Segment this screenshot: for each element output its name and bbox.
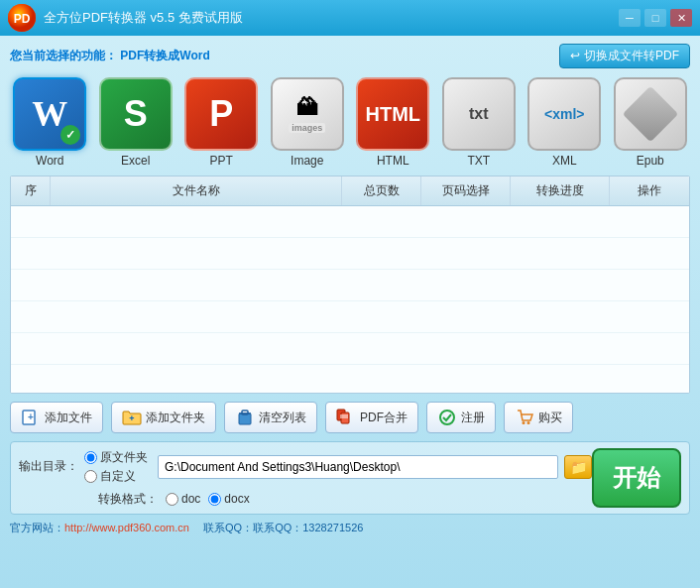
selected-check-icon: ✓ — [60, 125, 80, 145]
col-pages: 总页数 — [342, 176, 421, 205]
clear-icon — [235, 408, 255, 427]
table-header: 序 文件名称 总页数 页码选择 转换进度 操作 — [11, 176, 689, 206]
output-section: 输出目录： 原文件夹 自定义 📁 — [10, 441, 690, 515]
file-table: 序 文件名称 总页数 页码选择 转换进度 操作 — [10, 176, 690, 394]
buy-icon — [515, 408, 534, 427]
add-folder-icon: + — [122, 408, 142, 427]
table-row — [11, 270, 689, 301]
format-ppt[interactable]: P PPT — [181, 77, 262, 168]
register-button[interactable]: 注册 — [426, 402, 496, 433]
format-image[interactable]: 🏔 images Image — [268, 77, 348, 168]
table-body — [11, 206, 689, 394]
output-dir-row: 输出目录： 原文件夹 自定义 📁 — [19, 449, 592, 485]
register-icon — [437, 408, 457, 427]
col-filename: 文件名称 — [51, 176, 342, 205]
format-epub[interactable]: Epub — [611, 77, 691, 168]
excel-icon: S — [99, 77, 173, 151]
function-label: 您当前选择的功能： PDF转换成Word — [10, 48, 210, 64]
website-link[interactable]: http://www.pdf360.com.cn — [64, 522, 189, 533]
radio-custom[interactable]: 自定义 — [84, 468, 148, 485]
app-logo: PD — [8, 4, 36, 32]
html-icon: HTML — [356, 77, 429, 151]
app-title: 全方位PDF转换器 v5.5 免费试用版 — [44, 9, 619, 27]
svg-point-13 — [523, 421, 525, 424]
svg-text:+: + — [129, 413, 134, 423]
svg-point-14 — [527, 421, 530, 424]
col-seq: 序 — [11, 176, 51, 205]
add-folder-button[interactable]: + 添加文件夹 — [111, 402, 216, 433]
switch-mode-button[interactable]: ↩ 切换成文件转PDF — [559, 44, 690, 68]
word-icon: W ✓ — [13, 77, 86, 151]
radio-doc[interactable]: doc — [166, 492, 200, 506]
col-progress: 转换进度 — [511, 176, 610, 205]
footer: 官方网站：http://www.pdf360.com.cn 联系QQ：联系QQ：… — [10, 521, 690, 535]
website-label: 官方网站： — [10, 522, 64, 533]
add-file-button[interactable]: + 添加文件 — [10, 402, 103, 433]
radio-original-folder[interactable]: 原文件夹 — [84, 449, 148, 466]
start-button[interactable]: 开始 — [592, 448, 681, 508]
folder-icon: 📁 — [570, 459, 587, 475]
image-icon: 🏔 images — [271, 77, 344, 151]
svg-text:+: + — [28, 412, 34, 422]
pdf-merge-button[interactable]: PDF合并 — [325, 402, 418, 433]
format-toolbar: W ✓ Word S Excel P PPT 🏔 images — [10, 77, 690, 168]
format-excel[interactable]: S Excel — [96, 77, 176, 168]
format-txt[interactable]: txt TXT — [439, 77, 520, 168]
svg-point-12 — [440, 411, 454, 424]
format-html[interactable]: HTML HTML — [353, 77, 433, 168]
clear-list-button[interactable]: 清空列表 — [224, 402, 317, 433]
epub-icon — [614, 77, 687, 151]
svg-text:PD: PD — [14, 12, 31, 26]
output-radio-group: 原文件夹 自定义 — [84, 449, 148, 485]
radio-docx[interactable]: docx — [208, 492, 249, 506]
xml-icon: <xml> — [527, 77, 601, 151]
maximize-button[interactable]: □ — [644, 9, 666, 27]
format-xml[interactable]: <xml> XML — [525, 77, 605, 168]
format-word[interactable]: W ✓ Word — [10, 77, 90, 168]
action-button-bar: + 添加文件 + 添加文件夹 清空列表 — [10, 402, 690, 433]
top-bar: 您当前选择的功能： PDF转换成Word ↩ 切换成文件转PDF — [10, 42, 690, 69]
add-file-icon: + — [21, 408, 41, 427]
window-controls: ─ □ ✕ — [619, 9, 692, 27]
output-path-input[interactable] — [158, 455, 558, 479]
browse-folder-button[interactable]: 📁 — [564, 455, 592, 479]
table-row — [11, 238, 689, 270]
txt-icon: txt — [442, 77, 516, 151]
qq-number: 联系QQ：1328271526 — [253, 522, 363, 533]
table-row — [11, 301, 689, 333]
table-row — [11, 206, 689, 238]
buy-button[interactable]: 购买 — [504, 402, 573, 433]
table-row — [11, 333, 689, 365]
format-select-row: 转换格式： doc docx — [98, 491, 592, 508]
minimize-button[interactable]: ─ — [619, 9, 641, 27]
col-pagesel: 页码选择 — [421, 176, 511, 205]
ppt-icon: P — [184, 77, 258, 151]
main-area: 您当前选择的功能： PDF转换成Word ↩ 切换成文件转PDF W ✓ Wor… — [0, 36, 700, 588]
switch-arrow-icon: ↩ — [570, 49, 580, 62]
qq-label: 联系QQ： — [192, 522, 253, 533]
close-button[interactable]: ✕ — [670, 9, 692, 27]
pdf-merge-icon — [336, 408, 356, 427]
title-bar: PD 全方位PDF转换器 v5.5 免费试用版 ─ □ ✕ — [0, 0, 700, 36]
col-action: 操作 — [610, 176, 689, 205]
